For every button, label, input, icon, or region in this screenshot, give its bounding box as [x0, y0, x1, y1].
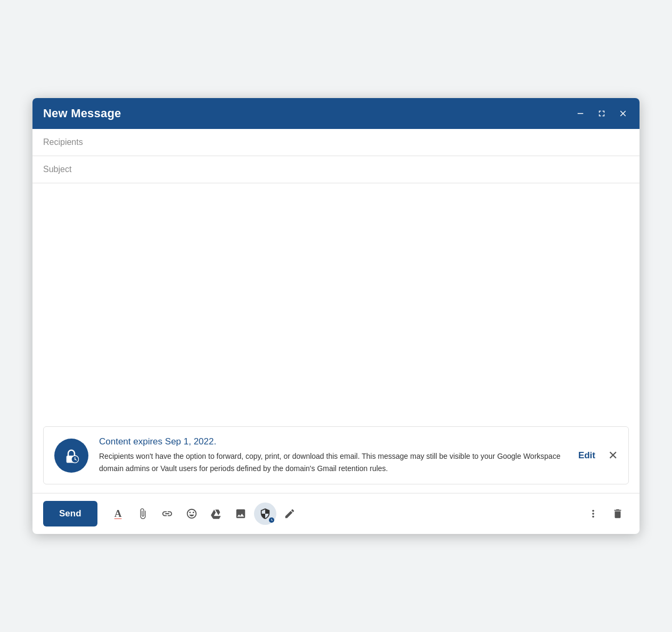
- compose-header: New Message: [32, 98, 640, 129]
- close-button[interactable]: [617, 108, 629, 119]
- minimize-button[interactable]: [575, 108, 586, 119]
- svg-point-5: [75, 458, 76, 459]
- confidential-description: Recipients won't have the option to forw…: [99, 450, 568, 474]
- subject-input[interactable]: [43, 165, 629, 174]
- confidential-mode-button[interactable]: [254, 503, 276, 525]
- discard-button[interactable]: [607, 503, 629, 525]
- subject-row: [32, 156, 640, 183]
- confidential-banner: Content expires Sep 1, 2022. Recipients …: [43, 426, 629, 484]
- compose-window: New Message: [32, 98, 640, 534]
- send-button[interactable]: Send: [43, 501, 97, 526]
- emoji-button[interactable]: [181, 503, 203, 525]
- attach-file-button[interactable]: [132, 503, 154, 525]
- insert-photo-button[interactable]: [230, 503, 252, 525]
- header-actions: [575, 108, 629, 119]
- format-text-button[interactable]: A: [107, 503, 129, 525]
- body-area: [32, 183, 640, 426]
- more-options-button[interactable]: [582, 503, 604, 525]
- toolbar: Send A: [32, 493, 640, 534]
- insert-drive-button[interactable]: [205, 503, 227, 525]
- confidential-text-block: Content expires Sep 1, 2022. Recipients …: [99, 436, 568, 474]
- confidential-icon: [54, 439, 88, 473]
- compose-title: New Message: [43, 107, 121, 120]
- signature-button[interactable]: [278, 503, 301, 525]
- expand-button[interactable]: [596, 108, 608, 119]
- confidential-actions: Edit ✕: [578, 449, 618, 463]
- close-banner-button[interactable]: ✕: [608, 449, 618, 463]
- toolbar-right: [582, 503, 629, 525]
- edit-confidential-button[interactable]: Edit: [578, 450, 595, 461]
- insert-link-button[interactable]: [156, 503, 178, 525]
- recipients-row: [32, 129, 640, 156]
- recipients-input[interactable]: [43, 137, 629, 147]
- confidential-title: Content expires Sep 1, 2022.: [99, 436, 568, 447]
- body-input[interactable]: [43, 192, 629, 416]
